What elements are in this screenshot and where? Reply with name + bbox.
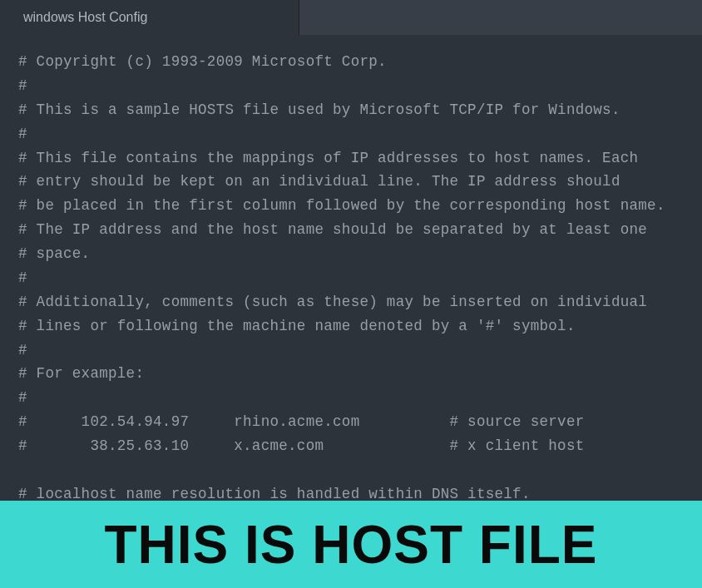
caption-text: THIS IS HOST FILE	[104, 514, 597, 576]
code-line: #	[18, 269, 27, 286]
code-line: # For example:	[18, 365, 144, 382]
tab-label: windows Host Config	[23, 10, 147, 25]
code-line: # The IP address and the host name shoul…	[18, 221, 647, 238]
code-line: # 102.54.94.97 rhino.acme.com # source s…	[18, 413, 585, 430]
code-line: #	[18, 342, 27, 358]
code-line: # entry should be kept on an individual …	[18, 173, 620, 190]
caption-banner: THIS IS HOST FILE	[0, 501, 702, 588]
code-line: #	[18, 389, 27, 406]
code-line: #	[18, 126, 27, 142]
tab-bar-empty	[299, 0, 702, 35]
code-line: # localhost name resolution is handled w…	[18, 486, 531, 501]
tab-hosts-config[interactable]: windows Host Config	[0, 0, 299, 35]
code-line: # space.	[18, 245, 90, 262]
code-line: # This is a sample HOSTS file used by Mi…	[18, 101, 620, 118]
editor-content[interactable]: # Copyright (c) 1993-2009 Microsoft Corp…	[0, 35, 702, 501]
code-line: # lines or following the machine name de…	[18, 318, 576, 334]
tab-bar: windows Host Config	[0, 0, 702, 35]
code-line: # Copyright (c) 1993-2009 Microsoft Corp…	[18, 53, 387, 70]
code-line: # be placed in the first column followed…	[18, 197, 665, 214]
code-line: #	[18, 77, 27, 94]
code-line: # Additionally, comments (such as these)…	[18, 294, 647, 310]
code-line: # 38.25.63.10 x.acme.com # x client host	[18, 437, 585, 454]
code-line: # This file contains the mappings of IP …	[18, 150, 638, 166]
